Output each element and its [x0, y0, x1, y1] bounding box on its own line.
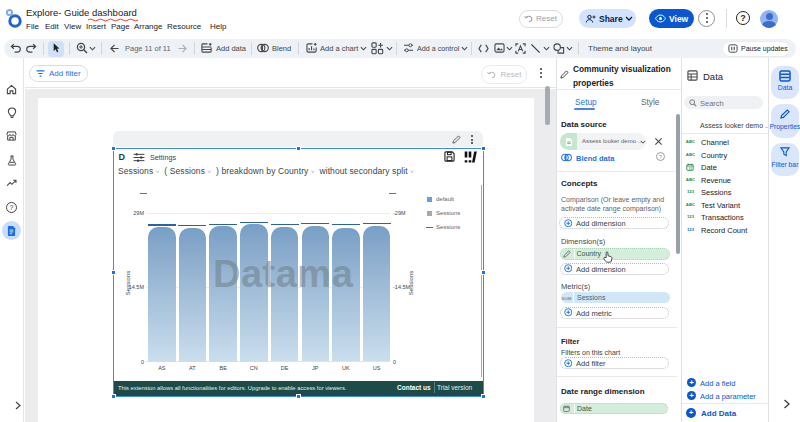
svg-text:31: 31 — [688, 166, 692, 170]
